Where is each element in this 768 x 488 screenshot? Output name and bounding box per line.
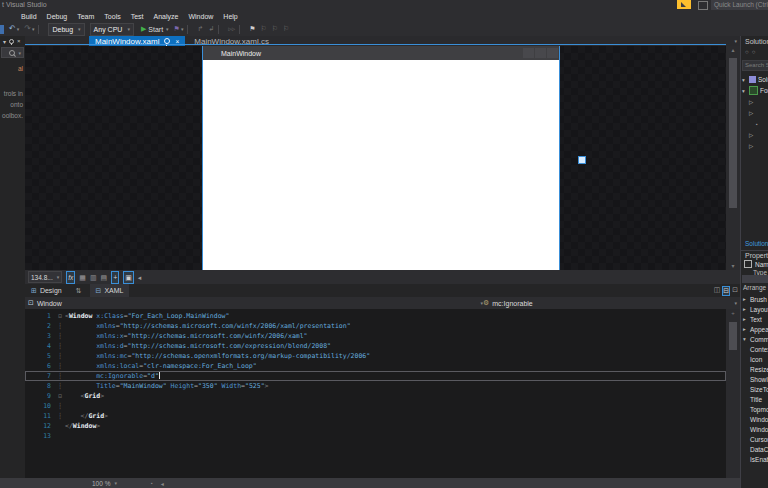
- redo-icon[interactable]: ↷: [24, 24, 31, 34]
- scroll-down-icon[interactable]: ▾: [726, 262, 740, 270]
- designer-zoom-combo[interactable]: 134.8... ▾: [28, 271, 62, 283]
- resize-handle[interactable]: [578, 156, 586, 164]
- property-row-topmost[interactable]: Topmost: [741, 404, 768, 414]
- property-row-showintaskbar[interactable]: ShowInTaskbar: [741, 374, 768, 384]
- editor-vertical-scrollbar[interactable]: +: [726, 309, 740, 478]
- toolbox-category[interactable]: al: [0, 65, 25, 76]
- property-row-datacontext[interactable]: DataContext: [741, 444, 768, 454]
- sync-icon[interactable]: ○: [752, 49, 756, 55]
- code-line[interactable]: 10┆: [25, 401, 726, 411]
- code-line[interactable]: 9⊟<Grid>: [25, 391, 726, 401]
- properties-name-row[interactable]: Name: [741, 260, 768, 268]
- menu-item-team[interactable]: Team: [77, 13, 94, 20]
- menu-item-tools[interactable]: Tools: [104, 13, 120, 20]
- scrollbar-thumb[interactable]: [729, 58, 737, 208]
- undo-icon[interactable]: ↶: [9, 24, 16, 34]
- code-line[interactable]: 5┆xmlns:mc="http://schemas.openxmlformat…: [25, 351, 726, 361]
- menu-item-analyze[interactable]: Analyze: [154, 13, 179, 20]
- code-line[interactable]: 13: [25, 431, 726, 441]
- code-line[interactable]: 11┆</Grid>: [25, 411, 726, 421]
- properties-filter-input[interactable]: [742, 275, 768, 283]
- horizontal-split-icon[interactable]: ⊟: [722, 286, 730, 296]
- previous-bookmark-icon[interactable]: ⚐: [260, 24, 266, 34]
- solution-configuration-combo[interactable]: Debug ▾: [48, 23, 84, 36]
- tab-list-dropdown-icon[interactable]: ▾: [734, 38, 737, 44]
- save-icon[interactable]: [0, 25, 4, 34]
- code-line[interactable]: 3┆xmlns:x="http://schemas.microsoft.com/…: [25, 331, 726, 341]
- home-icon[interactable]: ○: [745, 49, 749, 55]
- code-line[interactable]: 7┆mc:Ignorable="d": [25, 371, 726, 381]
- member-combo[interactable]: ⚙ mc:Ignorable ▾: [483, 299, 740, 307]
- xaml-code-editor[interactable]: 1⊟<Window x:Class="For_Each_Loop.MainWin…: [25, 309, 726, 480]
- clear-bookmarks-icon[interactable]: ⚐: [283, 24, 289, 34]
- property-row-windowstate[interactable]: WindowState: [741, 424, 768, 434]
- menu-item-build[interactable]: Build: [21, 13, 37, 20]
- tree-row[interactable]: ▷: [741, 129, 768, 140]
- solution-explorer-search-input[interactable]: Search Solution Explorer (Ctrl+;): [742, 60, 768, 71]
- xaml-tab[interactable]: ⊟ XAML: [90, 284, 130, 297]
- tree-row[interactable]: ▾Solution 'For_Each_Loop': [741, 74, 768, 85]
- tree-row[interactable]: ▷: [741, 96, 768, 107]
- tree-row[interactable]: ▷: [741, 107, 768, 118]
- property-row-layout[interactable]: ▸Layout: [741, 304, 768, 314]
- code-line[interactable]: 2┆xmlns="http://schemas.microsoft.com/wi…: [25, 321, 726, 331]
- vertical-split-icon[interactable]: ◫: [714, 286, 721, 296]
- snap-to-snaplines-toggle[interactable]: ▣: [123, 271, 134, 284]
- element-combo[interactable]: ⊡ Window ▾: [25, 299, 483, 307]
- toolbox-search-input[interactable]: ▾: [1, 47, 24, 58]
- solution-explorer-bottom-tab[interactable]: Solution Explorer: [741, 240, 768, 247]
- property-row-contextmenu[interactable]: ContextMenu: [741, 344, 768, 354]
- property-row-windowstartuplocation[interactable]: WindowStartupLocation: [741, 414, 768, 424]
- code-line[interactable]: 8┆Title="MainWindow" Height="350" Width=…: [25, 381, 726, 391]
- property-row-appearance[interactable]: ▸Appearance: [741, 324, 768, 334]
- gridlines-icon[interactable]: ▤: [101, 272, 108, 283]
- property-row-brush[interactable]: ▸Brush: [741, 294, 768, 304]
- code-line[interactable]: 12</Window>: [25, 421, 726, 431]
- tree-row[interactable]: ▷: [741, 140, 768, 151]
- find-in-files-icon[interactable]: ⚑: [174, 24, 180, 34]
- tree-row[interactable]: ▾For_Each_Loop: [741, 85, 768, 96]
- property-row-title[interactable]: Title: [741, 394, 768, 404]
- property-row-isenabled[interactable]: IsEnabled: [741, 454, 768, 464]
- property-row-common[interactable]: ▾Common: [741, 334, 768, 344]
- navigate-backward-icon[interactable]: ↲: [208, 24, 214, 34]
- notifications-icon[interactable]: [698, 1, 708, 10]
- find-dropdown-icon[interactable]: ▾: [181, 26, 184, 32]
- swap-panes-icon[interactable]: ⇅: [76, 287, 82, 295]
- feedback-flag-icon[interactable]: [677, 0, 691, 9]
- property-row-text[interactable]: ▸Text: [741, 314, 768, 324]
- solution-platform-combo[interactable]: Any CPU ▾: [90, 23, 134, 36]
- title-bar[interactable]: t Visual Studio Quick Launch (Ctrl+Q): [0, 0, 768, 10]
- quick-launch-input[interactable]: Quick Launch (Ctrl+Q): [711, 0, 768, 10]
- code-line[interactable]: 4┆xmlns:d="http://schemas.microsoft.com/…: [25, 341, 726, 351]
- toggle-bookmark-icon[interactable]: ⚑: [249, 24, 255, 34]
- menu-item-window[interactable]: Window: [188, 13, 213, 20]
- toolbox-close-icon[interactable]: ×: [17, 38, 21, 44]
- toolbox-pin-icon[interactable]: [9, 39, 14, 44]
- toolbox-menu-icon[interactable]: ▾: [3, 38, 6, 45]
- scrollbar-thumb[interactable]: [729, 322, 737, 350]
- start-debugging-button[interactable]: ▶ Start ▾: [141, 25, 169, 33]
- editor-zoom-combo[interactable]: 100 % ▾: [92, 480, 117, 487]
- collapse-pane-icon[interactable]: ◂: [138, 272, 142, 283]
- show-grid-icon[interactable]: ▦: [79, 272, 86, 283]
- design-tab[interactable]: ⊞ Design: [25, 284, 68, 297]
- expand-pane-icon[interactable]: ⊡: [732, 286, 738, 296]
- run-tests-icon[interactable]: ▹▹: [228, 24, 235, 34]
- property-row-icon[interactable]: Icon: [741, 354, 768, 364]
- undo-dropdown-icon[interactable]: ▾: [17, 26, 20, 32]
- tree-row[interactable]: ▪: [741, 118, 768, 129]
- scroll-left-icon[interactable]: ◂: [161, 480, 164, 487]
- code-line[interactable]: 6┆xmlns:local="clr-namespace:For_Each_Lo…: [25, 361, 726, 371]
- window-preview[interactable]: MainWindow: [202, 46, 560, 270]
- designer-vertical-scrollbar[interactable]: ▴ ▾: [726, 46, 740, 270]
- effects-toggle[interactable]: fx: [66, 271, 75, 284]
- menu-item-debug[interactable]: Debug: [47, 13, 68, 20]
- property-row-cursor[interactable]: Cursor: [741, 434, 768, 444]
- scrollbar-pan-icon[interactable]: +: [726, 309, 740, 317]
- code-line[interactable]: 1⊟<Window x:Class="For_Each_Loop.MainWin…: [25, 311, 726, 321]
- menu-item-test[interactable]: Test: [131, 13, 144, 20]
- splitter-grip-icon[interactable]: ▪: [151, 480, 153, 486]
- property-row-sizetocontent[interactable]: SizeToContent: [741, 384, 768, 394]
- xaml-designer-surface[interactable]: MainWindow: [25, 46, 726, 270]
